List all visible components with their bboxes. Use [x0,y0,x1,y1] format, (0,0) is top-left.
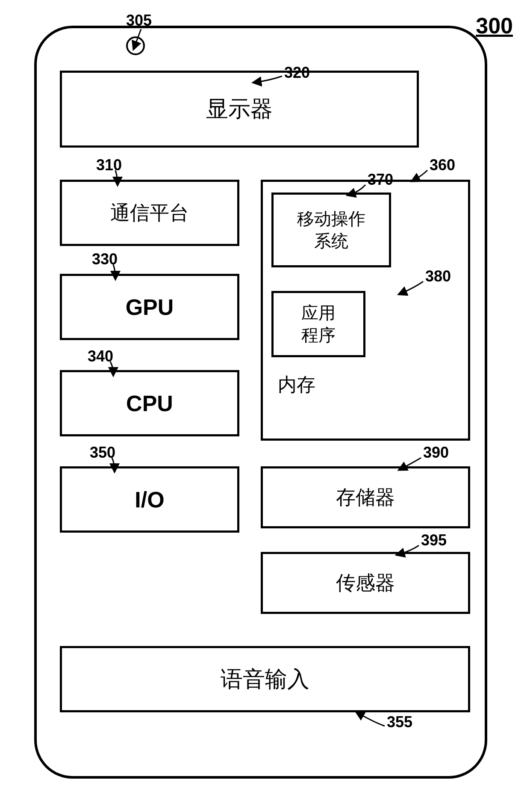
mobile-os-label: 移动操作系统 [297,208,365,252]
voice-input-box: 语音输入 [60,646,470,712]
cpu-label: CPU [126,391,173,416]
sensor-label: 传感器 [336,570,395,596]
comm-platform-label: 通信平台 [110,200,189,226]
storage-label: 存储器 [336,484,395,511]
mobile-os-box: 移动操作系统 [271,193,391,267]
gpu-label: GPU [126,294,174,320]
app-box: 应用程序 [271,291,365,357]
camera-icon [126,36,145,55]
page-container: 300 显示器 通信平台 GPU CPU I/O 移动操作系统 应用程序 内存 … [0,0,530,812]
cpu-box: CPU [60,370,239,436]
storage-box: 存储器 [261,466,470,528]
display-box: 显示器 [60,71,419,148]
io-label: I/O [135,487,164,513]
comm-platform-box: 通信平台 [60,180,239,246]
app-label: 应用程序 [301,302,336,347]
figure-label: 300 [476,13,513,39]
display-label: 显示器 [206,94,273,124]
gpu-box: GPU [60,274,239,340]
sensor-box: 传感器 [261,552,470,614]
io-box: I/O [60,466,239,533]
voice-input-label: 语音输入 [221,664,309,694]
memory-label: 内存 [278,372,315,397]
